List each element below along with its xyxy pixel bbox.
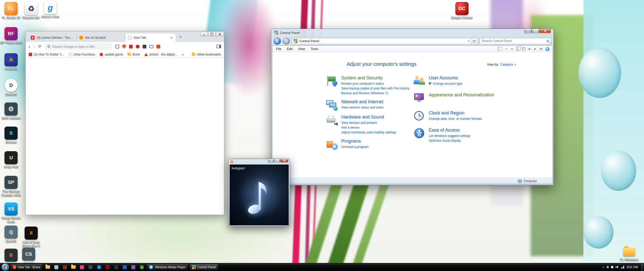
tray-app-icon[interactable] (607, 266, 609, 268)
desktop-icon-discord[interactable]: D Discord (1, 79, 22, 97)
desktop-icon-bf-funny-mod[interactable]: BF BF Funny Mod (1, 27, 22, 45)
user-accounts-icon[interactable] (414, 75, 425, 87)
update-badge-icon[interactable] (156, 45, 160, 48)
desktop-icon-fl-releases-folder[interactable]: FL Releases (619, 244, 640, 262)
sidebar-toggle-icon[interactable] (217, 45, 221, 48)
preview-pane-icon[interactable] (498, 47, 502, 50)
close-button[interactable] (216, 32, 223, 36)
minimize-button[interactable] (268, 159, 274, 162)
organize-icon[interactable]: ✦ (505, 47, 508, 51)
category-title[interactable]: Appearance and Personalization (429, 92, 494, 98)
brave-shield-icon[interactable] (122, 44, 126, 49)
category-title[interactable]: User Accounts (429, 75, 462, 81)
pinned-app-icon[interactable] (104, 264, 111, 270)
bookmark-item[interactable]: Bonk (127, 53, 140, 56)
desktop-icon-vscode[interactable]: VS Visual Studio Code (1, 202, 22, 224)
close-button[interactable] (539, 29, 551, 33)
desktop-icon-unity-hub[interactable]: U Unity Hub (1, 151, 22, 169)
other-bookmarks-button[interactable]: Other bookmarks (192, 53, 221, 56)
search-input[interactable] (482, 39, 545, 43)
desktop-icon-stanley-parable[interactable]: SP The Stanley Parable Ultra D... (1, 176, 22, 198)
bookmarks-overflow-icon[interactable]: » (182, 52, 184, 57)
desktop-icon-dragon-center[interactable]: DC Dragon Center (451, 2, 473, 20)
pinned-app-icon[interactable] (121, 264, 128, 270)
delete-icon[interactable]: × (528, 47, 530, 51)
category-title[interactable]: Hardware and Sound (341, 115, 396, 120)
hardware-sound-icon[interactable] (326, 115, 338, 126)
refresh-button[interactable]: ⟳ (471, 38, 478, 44)
new-tab-button[interactable]: + (178, 34, 184, 40)
hidden-icons-arrow[interactable]: ▲ (602, 266, 604, 268)
volume-icon[interactable] (616, 266, 619, 268)
menu-edit[interactable]: Edit (284, 47, 295, 51)
desktop-icon-garrys-mod[interactable]: g Garry's Mod (40, 1, 61, 19)
category-link[interactable]: Add a device (341, 125, 396, 130)
address-bar[interactable]: G (45, 43, 112, 50)
maximize-button[interactable] (532, 29, 539, 33)
category-title[interactable]: Programs (341, 139, 368, 144)
tab-close-icon[interactable]: × (170, 36, 173, 40)
tab-scratch[interactable]: bor on Scratch (77, 33, 125, 42)
paste-icon[interactable] (522, 47, 525, 51)
help-icon[interactable]: ? (545, 47, 549, 51)
back-button[interactable] (274, 37, 281, 45)
start-button[interactable] (2, 264, 9, 271)
desktop-icon-gmk-toolbox[interactable]: ⚙ GMK toolbox (1, 102, 22, 120)
taskbar-button-wmp[interactable]: Windows Media Player (147, 264, 188, 270)
category-link[interactable]: Optimize visual display (429, 138, 470, 143)
clock-region-icon[interactable] (414, 111, 425, 122)
category-link[interactable]: View network status and tasks (341, 105, 383, 110)
category-link[interactable]: Backup and Restore (Windows 7) (341, 91, 409, 96)
search-box[interactable] (480, 38, 551, 44)
reading-list-icon[interactable] (149, 45, 153, 48)
browser-content[interactable] (26, 58, 224, 214)
bookmark-item[interactable]: ardour - the digital... (144, 53, 177, 56)
clock[interactable]: 9:01 PM (627, 265, 638, 269)
tab-lemon-demon[interactable]: (4) Lemon Demon - Touch-To... (28, 33, 77, 42)
extension-icon[interactable] (136, 45, 140, 48)
media-player-visualization[interactable]: funkyjam (230, 165, 289, 225)
bookmark-item[interactable]: (2) How To Solder Y... (29, 53, 64, 56)
mail-icon[interactable]: ✉ (539, 47, 542, 51)
taskbar-button-brave[interactable]: New Tab - Brave (10, 264, 43, 270)
ease-of-access-icon[interactable] (414, 128, 425, 139)
pinned-app-icon[interactable] (130, 264, 137, 270)
breadcrumb-dropdown-icon[interactable]: ▾ (468, 40, 469, 42)
maximize-button[interactable] (274, 159, 280, 162)
forward-icon[interactable]: › (33, 44, 35, 49)
taskbar-button-control-panel[interactable]: Control Panel (190, 264, 219, 270)
bookmark-item[interactable]: update game (100, 53, 123, 56)
category-title[interactable]: System and Security (341, 75, 409, 81)
category-link[interactable]: Change date, time, or number formats (429, 117, 482, 121)
desktop-icon-cod-black-ops[interactable]: II Call of Duty Black Ops II (21, 227, 42, 248)
tab-new-tab[interactable]: New Tab × (125, 33, 176, 42)
show-desktop-button[interactable] (641, 263, 643, 271)
network-icon[interactable] (621, 266, 624, 268)
pinned-app-icon[interactable] (87, 264, 94, 270)
reload-icon[interactable]: ⟳ (38, 44, 41, 48)
menu-tools[interactable]: Tools (308, 47, 321, 51)
pinned-app-icon[interactable] (138, 264, 145, 270)
pinned-app-folder[interactable] (70, 264, 77, 270)
close-button[interactable] (280, 159, 288, 162)
titlebar[interactable]: Control Panel (272, 29, 553, 36)
pinned-app-icon[interactable] (61, 264, 68, 270)
category-link[interactable]: Let Windows suggest settings (429, 134, 470, 138)
pinned-app-icon[interactable] (78, 264, 85, 270)
category-link[interactable]: Uninstall a program (341, 145, 368, 149)
pinned-app-explorer[interactable] (44, 264, 51, 270)
category-link[interactable]: View devices and printers (341, 121, 396, 125)
extension-icon[interactable] (143, 45, 146, 48)
forward-button[interactable] (283, 37, 290, 45)
category-link[interactable]: Adjust commonly used mobility settings (341, 130, 396, 135)
breadcrumb[interactable]: Control Panel ▾ (292, 38, 471, 44)
chevron-down-icon[interactable]: ▾ (514, 63, 516, 66)
menu-view[interactable]: View (295, 47, 308, 51)
category-title[interactable]: Clock and Region (429, 111, 482, 116)
back-icon[interactable]: ‹ (29, 44, 30, 49)
category-link[interactable]: Save backup copies of your files with Fi… (341, 86, 409, 91)
category-title[interactable]: Network and Internet (341, 99, 383, 104)
tray-app-icon[interactable] (611, 266, 613, 268)
appearance-icon[interactable] (414, 92, 425, 104)
desktop-icon-quicke[interactable]: Q QuickE (1, 226, 22, 243)
